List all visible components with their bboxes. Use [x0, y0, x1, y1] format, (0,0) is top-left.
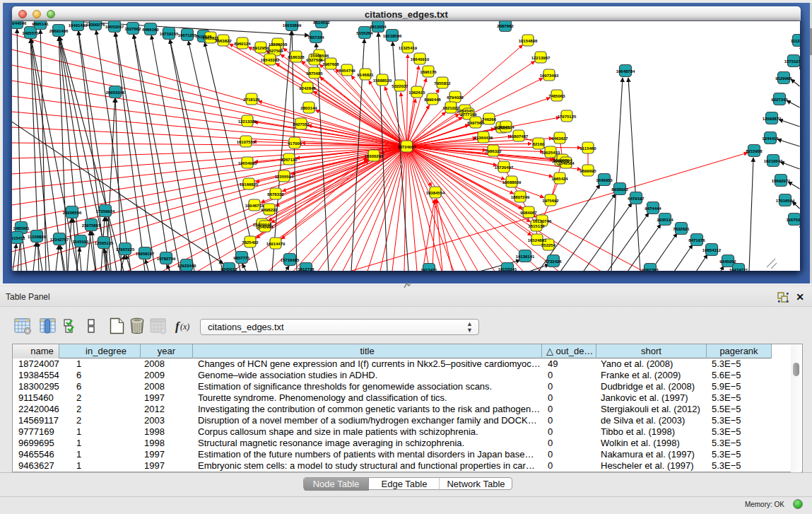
svg-text:18300276: 18300276: [86, 23, 105, 27]
svg-text:16524861: 16524861: [528, 238, 547, 243]
svg-text:16671355: 16671355: [178, 33, 197, 37]
svg-text:7625402: 7625402: [242, 240, 259, 245]
svg-text:1485001: 1485001: [13, 226, 30, 230]
svg-text:9084067: 9084067: [520, 211, 537, 215]
svg-text:6794028: 6794028: [447, 95, 464, 100]
svg-text:1965424: 1965424: [551, 177, 568, 181]
svg-text:6497568: 6497568: [467, 121, 484, 125]
svg-text:1112394: 1112394: [791, 39, 800, 43]
svg-text:17975125: 17975125: [558, 115, 577, 119]
svg-text:1244415: 1244415: [762, 136, 779, 141]
svg-text:10648784: 10648784: [616, 69, 635, 74]
svg-text:18724007: 18724007: [397, 145, 416, 149]
svg-text:10973493: 10973493: [540, 74, 559, 78]
svg-text:8186328: 8186328: [288, 55, 305, 59]
svg-text:3915411: 3915411: [12, 236, 25, 240]
svg-text:(x): (x): [180, 322, 189, 332]
svg-text:6466160: 6466160: [142, 28, 159, 32]
svg-text:9245052: 9245052: [719, 259, 736, 264]
svg-text:3267130: 3267130: [281, 158, 298, 162]
svg-text:13226058: 13226058: [269, 42, 288, 47]
svg-text:8938923: 8938923: [611, 187, 628, 192]
svg-text:6479197: 6479197: [628, 197, 645, 201]
svg-text:19166825: 19166825: [240, 182, 259, 187]
svg-text:15751074: 15751074: [784, 59, 800, 64]
svg-text:19218506: 19218506: [383, 34, 402, 38]
svg-text:1975692: 1975692: [542, 199, 559, 203]
svg-text:2803144: 2803144: [300, 106, 317, 110]
svg-text:17957225: 17957225: [116, 247, 135, 252]
svg-text:16210643: 16210643: [764, 159, 783, 163]
svg-text:16914479: 16914479: [266, 242, 286, 246]
svg-text:10719155: 10719155: [160, 32, 179, 36]
svg-text:1540994: 1540994: [257, 225, 273, 229]
svg-text:19654983: 19654983: [238, 161, 257, 165]
svg-text:9362363: 9362363: [642, 268, 659, 271]
svg-text:1145191: 1145191: [72, 240, 89, 244]
svg-text:1405571: 1405571: [22, 31, 39, 35]
svg-text:10653267: 10653267: [105, 25, 124, 29]
svg-text:8678332: 8678332: [267, 192, 284, 197]
svg-text:20053346: 20053346: [106, 90, 125, 95]
svg-text:252254: 252254: [541, 243, 556, 247]
svg-text:16120746: 16120746: [533, 219, 552, 223]
svg-text:7986322: 7986322: [485, 149, 502, 153]
svg-text:18300295: 18300295: [365, 154, 384, 158]
svg-text:9657771: 9657771: [233, 256, 250, 260]
svg-text:8215958: 8215958: [746, 149, 763, 153]
svg-text:12355594: 12355594: [275, 175, 294, 179]
svg-text:12213389: 12213389: [238, 119, 257, 124]
svg-text:9115460: 9115460: [579, 146, 596, 151]
svg-text:11156829: 11156829: [28, 235, 47, 239]
svg-text:1640953: 1640953: [596, 178, 613, 182]
svg-text:1527602: 1527602: [124, 27, 141, 31]
svg-text:8990448: 8990448: [424, 98, 441, 102]
svg-text:1349584: 1349584: [558, 161, 575, 165]
svg-text:2935114: 2935114: [657, 218, 673, 222]
svg-text:10654112: 10654112: [702, 248, 722, 252]
svg-text:12505135: 12505135: [95, 241, 114, 245]
svg-text:23975867: 23975867: [82, 223, 101, 228]
svg-text:17359924: 17359924: [96, 209, 115, 214]
svg-text:7955812: 7955812: [434, 81, 451, 86]
svg-text:12213967: 12213967: [531, 56, 551, 60]
svg-text:9129966: 9129966: [775, 76, 792, 81]
svg-text:16153341: 16153341: [498, 267, 517, 271]
svg-text:18807249: 18807249: [511, 195, 530, 199]
svg-text:1167534: 1167534: [786, 218, 800, 222]
svg-text:8813054: 8813054: [370, 25, 387, 29]
svg-text:1696176: 1696176: [420, 70, 437, 74]
svg-text:2687662: 2687662: [497, 24, 514, 28]
svg-text:15720407: 15720407: [495, 165, 514, 170]
svg-text:14136141: 14136141: [516, 255, 535, 259]
svg-text:16640910: 16640910: [411, 57, 430, 62]
svg-text:8471676: 8471676: [688, 238, 705, 243]
svg-text:9699695: 9699695: [579, 169, 596, 173]
svg-text:12342757: 12342757: [50, 238, 69, 242]
svg-text:10688609: 10688609: [502, 180, 522, 185]
svg-text:2718126: 2718126: [243, 98, 260, 102]
svg-text:9474444: 9474444: [645, 206, 661, 211]
svg-text:7663822: 7663822: [215, 39, 232, 43]
svg-text:12923448: 12923448: [177, 264, 196, 268]
svg-text:15692971: 15692971: [772, 179, 791, 183]
svg-text:8514512: 8514512: [313, 21, 330, 25]
svg-text:21364436: 21364436: [474, 136, 493, 140]
svg-text:5155264: 5155264: [356, 31, 373, 35]
svg-text:16033809: 16033809: [283, 23, 302, 28]
svg-text:1362615: 1362615: [408, 90, 425, 95]
svg-text:16107552: 16107552: [237, 140, 256, 144]
svg-text:10474721: 10474721: [729, 268, 748, 271]
svg-text:5875685: 5875685: [306, 71, 323, 76]
svg-text:11325419: 11325419: [399, 46, 418, 50]
svg-text:15888520: 15888520: [373, 78, 392, 83]
svg-text:1615132: 1615132: [528, 224, 545, 228]
svg-text:8960124: 8960124: [234, 42, 251, 46]
svg-text:9463627: 9463627: [551, 136, 568, 141]
svg-text:10025433: 10025433: [541, 151, 560, 155]
svg-text:8427552: 8427552: [293, 122, 310, 127]
svg-text:7485063: 7485063: [548, 94, 565, 98]
svg-text:9245012: 9245012: [220, 267, 237, 271]
svg-text:8454749: 8454749: [339, 69, 355, 73]
svg-text:16782759: 16782759: [157, 257, 176, 261]
